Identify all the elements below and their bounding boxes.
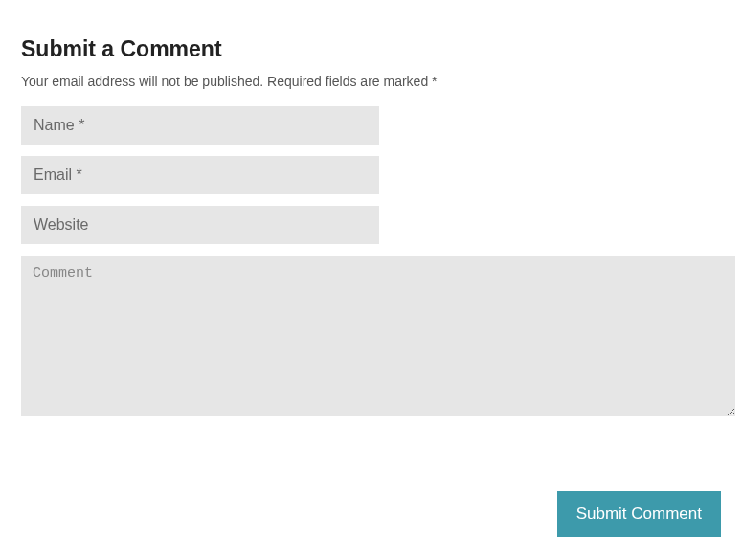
form-title: Submit a Comment bbox=[21, 36, 729, 62]
comment-textarea[interactable] bbox=[21, 256, 735, 416]
email-field[interactable] bbox=[21, 156, 379, 194]
comment-form-container: Submit a Comment Your email address will… bbox=[0, 0, 743, 537]
submit-wrapper: Submit Comment bbox=[21, 491, 729, 537]
name-field[interactable] bbox=[21, 106, 379, 145]
website-field[interactable] bbox=[21, 206, 379, 244]
submit-button[interactable]: Submit Comment bbox=[557, 491, 721, 537]
form-description: Your email address will not be published… bbox=[21, 74, 729, 89]
